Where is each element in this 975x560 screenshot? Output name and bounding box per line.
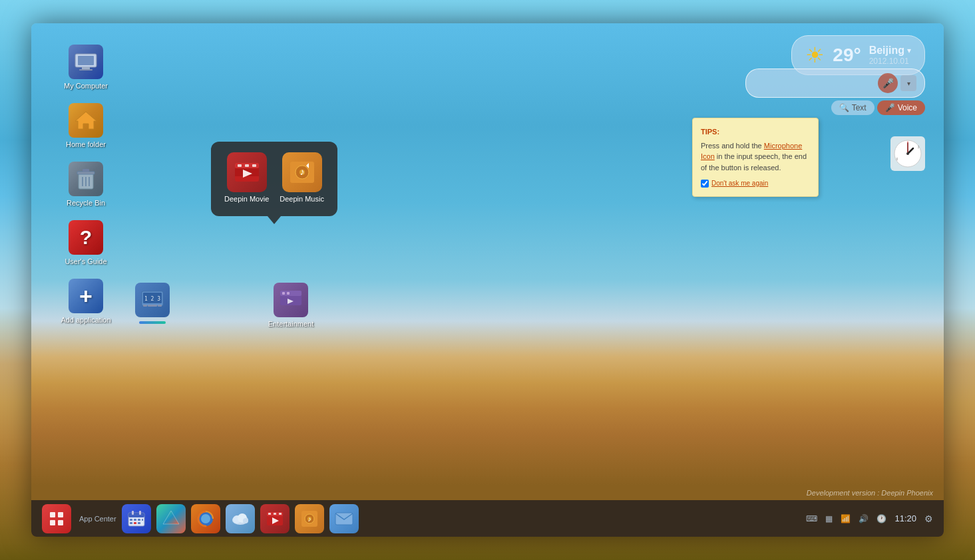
workflow-progress xyxy=(139,321,166,324)
taskbar-volume-icon: 🔊 xyxy=(859,514,869,523)
svg-rect-43 xyxy=(128,513,144,517)
svg-rect-44 xyxy=(132,511,134,515)
clock-widget: 3 6 xyxy=(890,136,925,171)
voice-mic-button[interactable]: 🎤 xyxy=(878,73,898,93)
desktop-icon-my-computer[interactable]: My Computer xyxy=(59,45,112,90)
taskbar-time: 11:20 xyxy=(894,513,916,523)
tips-footer: Don't ask me again xyxy=(701,178,810,188)
voice-dropdown-button[interactable]: ▾ xyxy=(900,75,916,91)
tips-body-text: Press and hold the xyxy=(701,142,764,150)
deepin-movie-icon xyxy=(227,152,267,192)
svg-rect-41 xyxy=(58,520,63,525)
svg-text:3: 3 xyxy=(918,145,920,149)
svg-rect-63 xyxy=(274,513,276,515)
taskbar-calendar[interactable] xyxy=(122,504,151,533)
deepin-movie-label: Deepin Movie xyxy=(224,195,269,203)
taskbar-mail[interactable] xyxy=(329,504,359,533)
taskbar-cloud[interactable] xyxy=(226,504,255,533)
taskbar-keyboard-icon: ⌨ xyxy=(806,514,817,523)
my-computer-label: My Computer xyxy=(64,82,108,90)
frame-inner: My Computer Home folder xyxy=(31,23,944,537)
desktop-icon-add-application[interactable]: + Add application xyxy=(59,279,112,325)
tips-title: TIPS: xyxy=(701,126,810,138)
svg-rect-20 xyxy=(238,164,242,167)
svg-rect-69 xyxy=(335,513,353,525)
voice-tab-text-icon: 🔍 xyxy=(839,103,849,112)
app-popup-icons: Deepin Movie ♪ xyxy=(224,152,324,203)
taskbar: App Center xyxy=(31,500,944,537)
svg-rect-51 xyxy=(134,522,136,524)
my-computer-icon xyxy=(69,45,103,79)
desktop-icon-home-folder[interactable]: Home folder xyxy=(59,103,112,149)
desktop-icon-workflow[interactable]: 1 2 3 xyxy=(126,283,179,324)
deepin-music-label: Deepin Music xyxy=(280,195,324,203)
taskbar-firefox[interactable] xyxy=(191,504,220,533)
home-folder-icon xyxy=(69,103,103,138)
voice-tab-voice[interactable]: 🎤 Voice xyxy=(877,100,925,115)
svg-rect-21 xyxy=(245,164,249,167)
deepin-music-icon: ♪ xyxy=(282,152,322,192)
users-guide-icon: ? xyxy=(69,220,103,255)
desktop-frame: My Computer Home folder xyxy=(31,23,944,537)
desktop-icon-users-guide[interactable]: ? User's Guide xyxy=(59,220,112,266)
tips-popup: TIPS: Press and hold the Microphone Icon… xyxy=(692,118,819,197)
add-application-icon: + xyxy=(69,279,103,313)
entertainment-label: Entertainment xyxy=(268,320,313,329)
weather-city: Beijing xyxy=(869,45,904,57)
desktop-icon-recycle-bin[interactable]: Recycle Bin xyxy=(59,162,112,208)
svg-rect-64 xyxy=(279,513,282,515)
weather-date: 2012.10.01 xyxy=(869,57,911,66)
voice-tab-voice-label: Voice xyxy=(898,103,917,112)
taskbar-app-center[interactable] xyxy=(42,504,71,533)
weather-sun-icon: ☀ xyxy=(805,43,825,68)
svg-rect-6 xyxy=(77,172,95,174)
svg-rect-48 xyxy=(138,519,140,521)
recycle-bin-label: Recycle Bin xyxy=(67,199,105,208)
desktop-icon-entertainment[interactable]: Entertainment xyxy=(264,283,317,329)
svg-text:♪: ♪ xyxy=(307,515,311,523)
taskbar-deepin-music[interactable]: ♪ xyxy=(295,504,324,533)
taskbar-prism[interactable] xyxy=(156,504,186,533)
workflow-icon: 1 2 3 xyxy=(135,283,170,317)
add-application-label: Add application xyxy=(61,316,110,325)
tips-checkbox[interactable] xyxy=(701,180,709,188)
svg-rect-2 xyxy=(82,67,90,69)
svg-rect-45 xyxy=(139,511,141,515)
taskbar-signal-icon: 📶 xyxy=(841,514,851,523)
taskbar-right: ⌨ ▦ 📶 🔊 🕐 11:20 ⚙ xyxy=(806,513,933,524)
svg-marker-4 xyxy=(75,112,97,129)
taskbar-settings-icon[interactable]: ⚙ xyxy=(924,513,933,524)
voice-panel: 🎤 ▾ 🔍 Text 🎤 Voice TIPS: xyxy=(745,69,925,197)
entertainment-icon xyxy=(274,283,308,317)
taskbar-deepin-movie[interactable] xyxy=(260,504,290,533)
svg-rect-29 xyxy=(282,292,285,295)
home-folder-label: Home folder xyxy=(66,140,106,149)
svg-rect-39 xyxy=(58,512,63,517)
tips-body: Press and hold the Microphone Icon in th… xyxy=(701,140,810,174)
tips-dont-ask[interactable]: Don't ask me again xyxy=(711,178,768,188)
svg-rect-13 xyxy=(143,305,147,307)
app-center-label: App Center xyxy=(79,515,116,523)
app-popup-folder: Deepin Movie ♪ xyxy=(211,142,337,216)
svg-rect-15 xyxy=(158,305,162,307)
voice-search-input[interactable] xyxy=(754,78,878,88)
weather-temperature: 29° xyxy=(833,45,861,66)
popup-deepin-movie[interactable]: Deepin Movie xyxy=(224,152,269,203)
popup-deepin-music[interactable]: ♪ Deepin Music xyxy=(280,152,324,203)
clock-face: 3 6 xyxy=(893,139,922,168)
tips-body2: in the input speech, the end of the butt… xyxy=(701,152,807,172)
voice-tab-text[interactable]: 🔍 Text xyxy=(831,100,875,115)
voice-search-bar: 🎤 ▾ xyxy=(745,69,925,98)
voice-tabs: 🔍 Text 🎤 Voice xyxy=(745,100,925,115)
svg-text:6: 6 xyxy=(896,157,898,161)
svg-point-37 xyxy=(906,152,909,155)
taskbar-clock-icon: 🕐 xyxy=(877,514,886,523)
taskbar-apps-icon: ▦ xyxy=(825,514,833,523)
svg-marker-53 xyxy=(163,511,179,524)
svg-point-59 xyxy=(243,518,248,523)
svg-rect-38 xyxy=(50,512,55,517)
dev-version: Development version : Deepin Phoenix xyxy=(807,489,933,497)
recycle-bin-icon xyxy=(69,162,103,196)
weather-dropdown-arrow[interactable]: ▾ xyxy=(907,46,911,55)
svg-rect-52 xyxy=(138,522,140,524)
